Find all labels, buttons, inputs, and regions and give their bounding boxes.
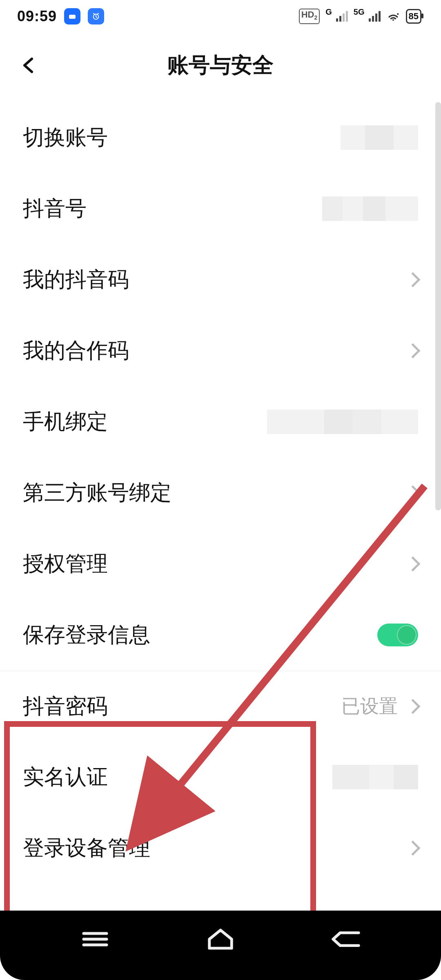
row-label: 授权管理: [23, 550, 108, 578]
row-label: 抖音密码: [23, 692, 108, 721]
status-app-icon: [64, 8, 80, 24]
svg-point-1: [70, 16, 71, 17]
row-tail: [408, 488, 418, 498]
row-coop-code[interactable]: 我的合作码: [0, 315, 441, 386]
signal-2-icon: [369, 11, 381, 22]
row-tail: [332, 765, 418, 789]
row-login-device-mgmt[interactable]: 登录设备管理: [0, 813, 441, 884]
row-label: 手机绑定: [23, 408, 108, 436]
page-title: 账号与安全: [167, 51, 274, 80]
toggle-knob: [397, 625, 416, 645]
status-bar: 09:59 HD2 G 5G 85: [0, 0, 441, 33]
nav-recent-button[interactable]: [71, 925, 120, 953]
wifi-icon: [386, 11, 400, 22]
row-label: 登录设备管理: [23, 834, 150, 862]
settings-list[interactable]: 切换账号 抖音号 我的抖音码 我的合作码 手机绑定 第三方账号绑: [0, 102, 441, 906]
chevron-right-icon: [405, 272, 421, 287]
hd-icon: HD2: [299, 9, 320, 24]
row-tail: [408, 345, 418, 356]
row-tail: [408, 559, 418, 569]
row-label: 保存登录信息: [23, 621, 150, 649]
row-label: 抖音号: [23, 194, 87, 223]
row-tail: [408, 843, 418, 853]
row-douyin-id[interactable]: 抖音号: [0, 173, 441, 244]
nav-back-button[interactable]: [321, 925, 370, 953]
row-douyin-password[interactable]: 抖音密码 已设置: [0, 670, 441, 742]
page-header: 账号与安全: [0, 37, 441, 94]
chevron-right-icon: [405, 486, 421, 501]
toggle-save-login[interactable]: [377, 624, 418, 646]
system-nav-bar: [0, 911, 441, 980]
net-5g-label: 5G: [354, 7, 365, 17]
status-left: 09:59: [17, 8, 104, 25]
recent-icon: [81, 929, 109, 949]
chevron-right-icon: [405, 557, 421, 572]
row-label: 实名认证: [23, 763, 108, 791]
row-realname-auth[interactable]: 实名认证: [0, 742, 441, 813]
row-save-login-info[interactable]: 保存登录信息: [0, 599, 441, 670]
row-third-party-bind[interactable]: 第三方账号绑定: [0, 457, 441, 528]
battery-icon: 85: [406, 9, 421, 24]
row-phone-bind[interactable]: 手机绑定: [0, 386, 441, 457]
status-alarm-icon: [88, 8, 104, 24]
chevron-right-icon: [405, 841, 421, 856]
svg-point-2: [73, 16, 74, 17]
redacted-value: [322, 196, 418, 221]
status-right: HD2 G 5G 85: [299, 9, 421, 24]
row-tail: [341, 125, 418, 150]
row-label: 我的抖音码: [23, 265, 129, 294]
row-my-douyin-code[interactable]: 我的抖音码: [0, 244, 441, 315]
row-label: 我的合作码: [23, 336, 129, 365]
row-value: 已设置: [341, 694, 398, 719]
svg-rect-0: [69, 15, 76, 19]
row-tail: [322, 196, 418, 221]
back-icon: [330, 929, 362, 950]
signal-1-icon: [336, 11, 348, 22]
chevron-right-icon: [405, 699, 421, 714]
net-g-label: G: [325, 7, 332, 17]
nav-home-button[interactable]: [196, 925, 245, 953]
row-tail: 已设置: [341, 694, 418, 719]
redacted-value: [341, 125, 418, 150]
screen: { "statusbar": { "time": "09:59", "hd_la…: [0, 0, 441, 980]
chevron-right-icon: [405, 343, 421, 359]
row-switch-account[interactable]: 切换账号: [0, 102, 441, 173]
chevron-left-icon: [19, 56, 38, 75]
svg-point-4: [397, 13, 399, 15]
back-button[interactable]: [16, 53, 41, 78]
row-tail: [267, 410, 418, 434]
redacted-value: [332, 765, 418, 789]
row-tail: [377, 624, 418, 646]
status-time: 09:59: [17, 8, 57, 25]
row-tail: [408, 274, 418, 285]
row-label: 第三方账号绑定: [23, 479, 172, 507]
redacted-value: [267, 410, 418, 434]
row-auth-management[interactable]: 授权管理: [0, 528, 441, 599]
home-icon: [205, 927, 236, 951]
row-label: 切换账号: [23, 123, 108, 152]
